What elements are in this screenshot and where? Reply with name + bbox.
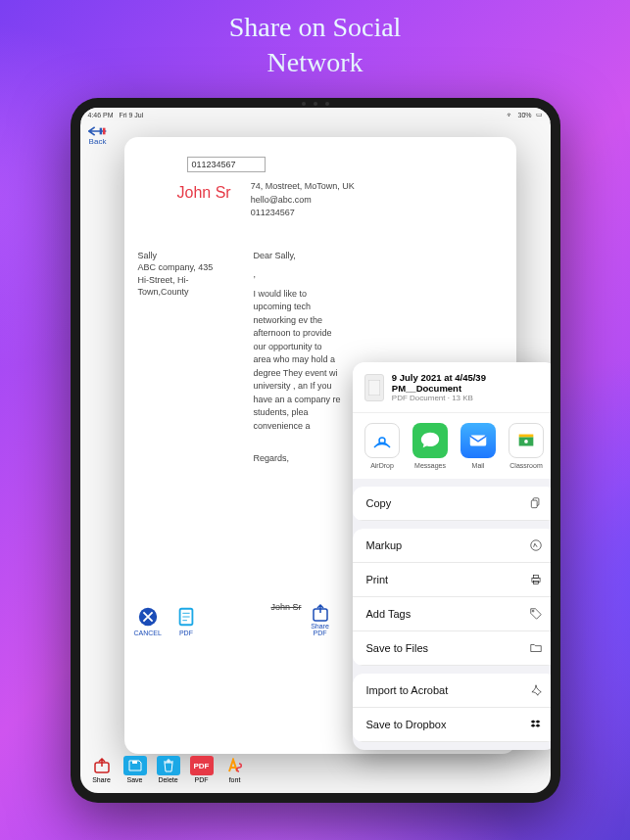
toolbar-share-icon	[90, 756, 114, 775]
bottom-toolbar: Share Save Delete PDF PDF	[84, 750, 253, 789]
battery-pct: 30%	[517, 112, 531, 118]
classroom-app[interactable]: Classroom	[507, 423, 547, 469]
recipient-name: Sally	[138, 250, 236, 262]
doc-header-field[interactable]: 011234567	[187, 157, 266, 172]
pdf-label: PDF	[179, 630, 193, 636]
share-doc-subtitle: PDF Document · 13 KB	[392, 394, 545, 402]
sender-name: John Sr	[177, 184, 231, 220]
classroom-label: Classroom	[509, 462, 542, 469]
status-bar: 4:46 PM Fri 9 Jul ᯤ 30% ▭	[80, 108, 551, 121]
recipient-addr1: Hi-Street, Hi-	[138, 274, 236, 287]
svg-rect-18	[533, 575, 538, 578]
status-time: 4:46 PM	[88, 112, 114, 118]
airdrop-label: AirDrop	[370, 462, 394, 469]
svg-point-20	[532, 610, 534, 612]
ipad-frame: 4:46 PM Fri 9 Jul ᯤ 30% ▭ Back 011234567…	[71, 98, 560, 803]
folder-icon	[529, 641, 543, 655]
toolbar-save-icon	[123, 756, 147, 775]
messages-label: Messages	[414, 462, 446, 469]
toolbar-delete-icon	[157, 756, 180, 775]
print-action[interactable]: Print	[353, 563, 551, 597]
recipient-addr2: Town,County	[138, 286, 236, 299]
signature: John Sr	[271, 602, 302, 612]
toolbar-font-button[interactable]: font	[221, 754, 249, 785]
markup-label: Markup	[366, 539, 403, 551]
import-acrobat-action[interactable]: Import to Acrobat	[353, 674, 551, 708]
toolbar-pdf-label: PDF	[195, 776, 209, 783]
toolbar-delete-label: Delete	[158, 776, 177, 783]
share-icon	[308, 603, 333, 623]
share-sheet-header: 9 July 2021 at 4/45/39 PM__Document PDF …	[353, 362, 551, 412]
pdf-button[interactable]: PDF	[175, 606, 197, 636]
share-sub: PDF	[314, 630, 327, 636]
share-actions-list: Copy Markup Print Add Tags	[353, 487, 551, 742]
copy-label: Copy	[366, 497, 392, 509]
svg-rect-1	[99, 128, 102, 135]
letter-text: I would like to upcoming tech networking…	[254, 288, 342, 434]
recipient-block: Sally ABC company, 435 Hi-Street, Hi- To…	[138, 250, 236, 472]
doc-action-row: CANCEL PDF	[134, 606, 197, 636]
back-label: Back	[89, 137, 107, 146]
messages-icon	[412, 423, 448, 458]
copy-action[interactable]: Copy	[353, 487, 551, 521]
toolbar-pdf-icon: PDF	[190, 756, 214, 775]
save-files-label: Save to Files	[366, 642, 429, 654]
status-left: 4:46 PM Fri 9 Jul	[88, 112, 144, 118]
markup-action[interactable]: Markup	[353, 529, 551, 563]
toolbar-save-button[interactable]: Save	[121, 754, 149, 785]
sender-address: 74, Mostreet, MoTown, UK	[251, 180, 355, 194]
promo-line-2: Network	[0, 45, 630, 80]
mail-app[interactable]: Mail	[459, 423, 499, 469]
status-right: ᯤ 30% ▭	[507, 111, 542, 118]
save-to-files-action[interactable]: Save to Files	[353, 631, 551, 666]
svg-rect-19	[533, 581, 538, 584]
sender-email: hello@abc.com	[251, 194, 355, 208]
acrobat-label: Import to Acrobat	[366, 684, 449, 696]
back-button[interactable]: Back	[88, 125, 108, 146]
cancel-button[interactable]: CANCEL	[134, 606, 162, 636]
svg-rect-22	[132, 761, 137, 764]
promo-title: Share on Social Network	[0, 0, 630, 81]
recipient-company: ABC company, 435	[138, 261, 236, 274]
share-sheet: 9 July 2021 at 4/45/39 PM__Document PDF …	[353, 362, 551, 750]
copy-icon	[529, 496, 543, 510]
dropbox-icon	[529, 718, 543, 731]
toolbar-font-label: font	[229, 776, 241, 783]
mail-label: Mail	[472, 462, 485, 469]
airdrop-app[interactable]: AirDrop	[363, 423, 403, 469]
acrobat-icon	[529, 683, 543, 697]
svg-point-13	[524, 440, 528, 443]
battery-icon: ▭	[536, 111, 543, 118]
add-tags-label: Add Tags	[366, 608, 412, 620]
save-dropbox-action[interactable]: Save to Dropbox	[353, 708, 551, 742]
share-doc-title: 9 July 2021 at 4/45/39 PM__Document	[392, 372, 545, 394]
sender-contact: 74, Mostreet, MoTown, UK hello@abc.com 0…	[251, 180, 355, 220]
tag-icon	[529, 607, 543, 621]
toolbar-pdf-button[interactable]: PDF PDF	[188, 754, 216, 785]
wifi-icon: ᯤ	[507, 112, 513, 118]
back-arrow-icon	[88, 125, 108, 137]
svg-rect-8	[368, 380, 380, 396]
promo-line-1: Share on Social	[0, 10, 630, 45]
add-tags-action[interactable]: Add Tags	[353, 597, 551, 631]
status-date: Fri 9 Jul	[119, 112, 143, 118]
ipad-camera	[296, 102, 335, 106]
print-icon	[529, 573, 543, 586]
classroom-icon	[509, 423, 544, 458]
toolbar-share-button[interactable]: Share	[88, 754, 116, 785]
cancel-label: CANCEL	[134, 630, 162, 636]
ipad-screen: 4:46 PM Fri 9 Jul ᯤ 30% ▭ Back 011234567…	[80, 108, 551, 793]
markup-icon	[529, 538, 543, 552]
mail-icon	[460, 423, 496, 458]
doc-thumbnail-icon	[364, 374, 384, 401]
toolbar-font-icon	[223, 756, 247, 775]
toolbar-delete-button[interactable]: Delete	[155, 754, 182, 785]
pdf-icon	[175, 606, 197, 628]
messages-app[interactable]: Messages	[411, 423, 451, 469]
svg-rect-10	[470, 436, 487, 446]
share-pdf-button[interactable]: Share PDF	[308, 603, 333, 636]
share-label: Share	[311, 623, 329, 630]
dropbox-label: Save to Dropbox	[366, 719, 447, 730]
svg-rect-12	[519, 435, 534, 438]
cancel-icon	[137, 606, 159, 628]
